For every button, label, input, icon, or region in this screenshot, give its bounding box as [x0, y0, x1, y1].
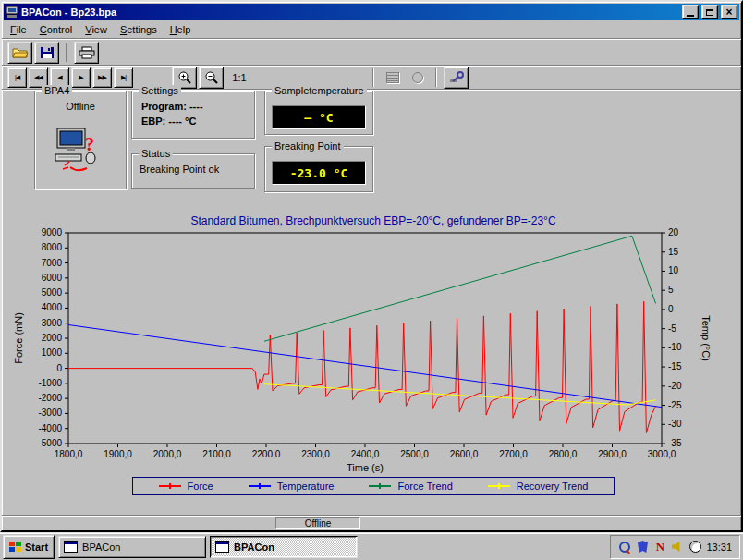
- sample-temperature-groupbox: Sampletemperature — °C: [264, 91, 373, 135]
- main-content: BPA4 Offline ? Settings Program: ----: [2, 91, 741, 515]
- print-button[interactable]: [74, 42, 99, 64]
- legend-swatch-recovery-trend: [488, 485, 510, 487]
- zoom-out-button[interactable]: [199, 67, 224, 89]
- open-file-button[interactable]: [7, 42, 32, 64]
- tray-scheduler-icon[interactable]: [688, 541, 701, 554]
- menu-settings[interactable]: Settings: [114, 22, 164, 37]
- zoom-reset-button[interactable]: 1:1: [225, 67, 253, 88]
- breaking-point-label: Breaking Point: [272, 140, 344, 152]
- separator: [372, 68, 374, 87]
- tray-shield-icon[interactable]: [636, 541, 649, 554]
- svg-text:20: 20: [668, 227, 679, 237]
- app-icon: [6, 6, 18, 18]
- svg-text:Time (s): Time (s): [347, 462, 384, 473]
- svg-text:1900,0: 1900,0: [104, 449, 132, 459]
- taskbar-button-bpacon-1[interactable]: BPACon: [58, 536, 206, 558]
- svg-text:-35: -35: [668, 438, 682, 448]
- minimize-button[interactable]: [682, 5, 699, 19]
- zoom-out-icon: [204, 70, 219, 85]
- magnifier-icon: [619, 542, 630, 553]
- tray-volume-icon[interactable]: [671, 541, 684, 554]
- close-icon: ×: [725, 7, 732, 17]
- record-button-disabled: [406, 67, 429, 88]
- svg-text:2500,0: 2500,0: [400, 449, 429, 459]
- windows-logo-icon: [9, 542, 21, 552]
- first-record-button[interactable]: |◀: [7, 67, 27, 88]
- fast-forward-button[interactable]: ▶▶: [92, 67, 112, 88]
- svg-text:2700,0: 2700,0: [499, 449, 528, 459]
- maximize-icon: [706, 9, 713, 16]
- statusbar: Offline: [2, 515, 741, 530]
- svg-text:Temp (°C): Temp (°C): [700, 315, 712, 361]
- logo-green: [16, 542, 21, 546]
- tray-search-icon[interactable]: [618, 541, 631, 554]
- bpa4-group-label: BPA4: [42, 85, 72, 96]
- svg-text:Force (mN): Force (mN): [13, 312, 24, 364]
- svg-text:2200,0: 2200,0: [252, 449, 281, 459]
- separator: [435, 68, 437, 87]
- svg-text:1800,0: 1800,0: [55, 449, 83, 459]
- svg-text:-5: -5: [668, 323, 676, 334]
- svg-text:2100,0: 2100,0: [202, 449, 231, 459]
- save-button[interactable]: [34, 42, 59, 64]
- connection-tools-icon: [449, 71, 464, 84]
- svg-text:-1000: -1000: [38, 378, 62, 388]
- legend-label-temperature: Temperature: [277, 481, 335, 492]
- svg-text:2400,0: 2400,0: [351, 449, 380, 459]
- speaker-icon: [672, 542, 684, 552]
- svg-text:-25: -25: [668, 400, 682, 410]
- legend-item-temperature: Temperature: [249, 481, 335, 492]
- taskbar-button-bpacon-2[interactable]: BPACon: [210, 536, 358, 558]
- last-record-button[interactable]: ▶|: [114, 67, 133, 88]
- record-icon: [412, 72, 423, 83]
- menu-file[interactable]: File: [4, 22, 33, 37]
- status-text: Breaking Point ok: [132, 162, 254, 177]
- taskbar: Start BPACon BPACon N 13:31: [0, 532, 743, 560]
- shield-icon: [638, 541, 648, 553]
- svg-text:2300,0: 2300,0: [301, 449, 330, 459]
- legend-item-force: Force: [159, 481, 213, 492]
- legend-swatch-temperature: [249, 485, 271, 487]
- legend-swatch-force-trend: [369, 485, 391, 487]
- menu-view[interactable]: View: [79, 22, 114, 37]
- chart-options-button-disabled: [381, 67, 404, 88]
- svg-text:-30: -30: [668, 419, 682, 429]
- desktop: BPACon - Bp23.bpa × File Control View Se…: [0, 0, 743, 560]
- svg-text:0: 0: [56, 363, 62, 373]
- svg-text:-10: -10: [668, 342, 682, 352]
- svg-text:2900,0: 2900,0: [598, 449, 627, 459]
- next-button[interactable]: ▶: [71, 67, 91, 88]
- offline-computer-icon: ?: [50, 127, 109, 178]
- legend-item-recovery-trend: Recovery Trend: [488, 481, 589, 492]
- bpa4-groupbox: BPA4 Offline ?: [34, 91, 127, 189]
- svg-text:4000: 4000: [42, 302, 63, 312]
- minimize-icon: [687, 15, 694, 17]
- svg-text:9000: 9000: [42, 227, 63, 237]
- status-group-label: Status: [139, 148, 173, 159]
- svg-text:-15: -15: [668, 361, 682, 371]
- menu-help[interactable]: Help: [164, 22, 198, 37]
- bpacon-taskbar-icon: [215, 541, 229, 553]
- connection-settings-button[interactable]: [444, 67, 469, 89]
- system-tray: N 13:31: [610, 535, 740, 559]
- menu-control[interactable]: Control: [33, 22, 79, 37]
- taskbar-button-label: BPACon: [82, 542, 120, 553]
- next-icon: ▶: [79, 74, 82, 81]
- svg-text:2600,0: 2600,0: [450, 449, 479, 459]
- settings-groupbox: Settings Program: ---- EBP: ---- °C: [131, 91, 255, 139]
- svg-text:1000: 1000: [42, 347, 63, 358]
- start-button[interactable]: Start: [3, 535, 55, 559]
- svg-text:2000,0: 2000,0: [153, 449, 182, 459]
- svg-text:15: 15: [668, 247, 679, 257]
- svg-text:0: 0: [668, 304, 674, 314]
- start-label: Start: [25, 542, 48, 553]
- tray-antivirus-icon[interactable]: N: [653, 541, 666, 554]
- chart-title: Standard Bitumen, Brechpunktversuch EBP=…: [2, 214, 743, 227]
- main-toolbar: [2, 40, 741, 65]
- svg-text:5000: 5000: [42, 287, 63, 298]
- taskbar-clock: 13:31: [706, 542, 732, 553]
- svg-text:-3000: -3000: [38, 408, 62, 418]
- maximize-button[interactable]: [701, 5, 718, 19]
- svg-text:-2000: -2000: [38, 393, 62, 403]
- close-button[interactable]: ×: [721, 5, 737, 19]
